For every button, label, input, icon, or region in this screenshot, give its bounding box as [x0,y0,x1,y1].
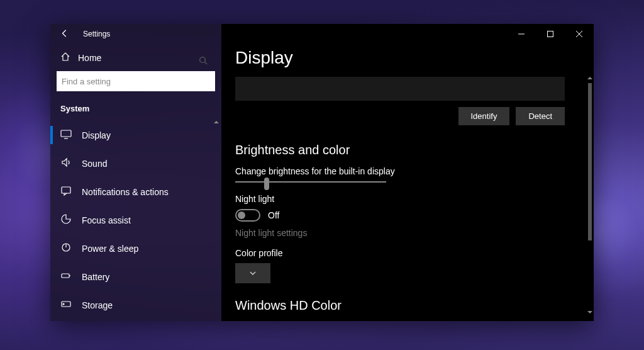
sound-icon [60,157,72,170]
maximize-button[interactable] [536,24,565,44]
sidebar-item-sound[interactable]: Sound [50,149,221,178]
chevron-down-icon [249,269,257,277]
close-button[interactable] [565,24,594,44]
battery-icon [60,270,72,283]
brightness-slider[interactable] [235,181,386,183]
content-scrollbar[interactable] [587,76,592,315]
nav-label: Sound [82,159,107,169]
sidebar-item-focus-assist[interactable]: Focus assist [50,206,221,234]
color-profile-dropdown[interactable] [235,263,270,283]
storage-icon [60,298,72,312]
search-input[interactable] [57,71,215,91]
hd-color-section-title: Windows HD Color [235,298,594,313]
nav-label: Display [82,130,111,140]
display-preview [235,77,565,101]
sidebar-item-storage[interactable]: Storage [50,291,221,319]
nav-label: Focus assist [82,215,131,225]
detect-button[interactable]: Detect [516,107,565,125]
sidebar-item-notifications[interactable]: Notifications & actions [50,178,221,206]
svg-rect-1 [61,130,71,137]
sidebar-item-battery[interactable]: Battery [50,262,221,291]
svg-point-6 [63,303,64,305]
sidebar-item-power-sleep[interactable]: Power & sleep [50,234,221,262]
slider-thumb[interactable] [264,178,269,190]
scroll-down-icon[interactable] [587,310,592,315]
night-light-settings-link[interactable]: Night light settings [235,228,594,238]
app-title: Settings [83,30,110,38]
night-light-label: Night light [235,194,594,204]
category-label: System [50,100,221,121]
minimize-button[interactable] [507,24,536,44]
svg-rect-4 [62,274,69,278]
scroll-up-icon[interactable] [587,76,592,81]
search-icon [199,56,208,65]
nav-label: Notifications & actions [82,187,169,197]
brightness-label: Change brightness for the built-in displ… [235,166,594,176]
night-light-toggle[interactable] [235,209,260,222]
svg-point-0 [200,57,206,63]
window-controls [221,24,594,44]
nav-label: Storage [82,300,113,310]
sidebar-item-display[interactable]: Display [50,121,221,149]
home-label: Home [78,53,101,63]
svg-rect-7 [548,31,553,37]
back-icon[interactable] [60,29,69,40]
nav-list: Display Sound Notifications & actions Fo… [50,121,221,321]
nav-label: Power & sleep [82,244,138,254]
scrollbar-thumb[interactable] [588,83,592,240]
nav-label: Battery [82,272,109,282]
settings-window: Settings Home System Display Sound [50,24,594,321]
display-icon [60,128,72,142]
brightness-section-title: Brightness and color [235,143,594,157]
home-icon [60,52,70,64]
notifications-icon [60,185,72,198]
home-link[interactable]: Home [50,44,221,71]
power-icon [60,242,72,255]
sidebar: Settings Home System Display Sound [50,24,221,321]
svg-rect-2 [62,187,70,193]
titlebar-left: Settings [50,24,221,44]
focus-icon [60,213,72,227]
identify-button[interactable]: Identify [458,107,510,125]
content-pane: Display Identify Detect Brightness and c… [221,24,594,321]
color-profile-label: Color profile [235,248,594,258]
night-light-state: Off [268,210,279,220]
page-title: Display [235,48,594,68]
